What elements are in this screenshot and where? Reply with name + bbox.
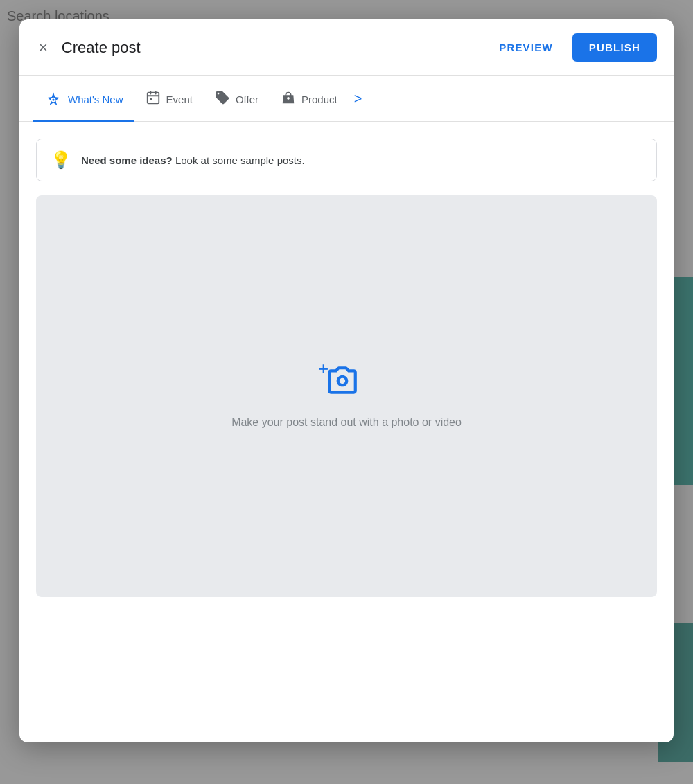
tab-offer[interactable]: Offer xyxy=(204,76,270,122)
tab-offer-label: Offer xyxy=(236,93,258,105)
tabs-bar: What's New Event Offer xyxy=(19,76,674,122)
plus-icon: + xyxy=(318,359,328,377)
photo-upload-area[interactable]: + Make your post stand out with a photo … xyxy=(36,195,657,597)
svg-rect-6 xyxy=(150,98,152,100)
modal-body: 💡 Need some ideas? Look at some sample p… xyxy=(19,122,674,742)
ideas-text: Need some ideas? Look at some sample pos… xyxy=(81,154,305,166)
ideas-banner[interactable]: 💡 Need some ideas? Look at some sample p… xyxy=(36,139,657,181)
create-post-modal: × Create post PREVIEW PUBLISH What's New xyxy=(19,19,674,742)
camera-icon-wrapper: + xyxy=(322,364,371,405)
tab-whats-new[interactable]: What's New xyxy=(33,77,134,122)
event-icon xyxy=(146,90,161,109)
whats-new-icon xyxy=(44,91,62,109)
publish-button[interactable]: PUBLISH xyxy=(572,33,657,62)
modal-title: Create post xyxy=(62,39,480,57)
offer-icon xyxy=(215,90,230,109)
modal-header: × Create post PREVIEW PUBLISH xyxy=(19,19,674,76)
close-button[interactable]: × xyxy=(36,37,51,58)
svg-point-1 xyxy=(52,98,54,100)
photo-hint-text: Make your post stand out with a photo or… xyxy=(231,416,462,429)
tabs-chevron-right[interactable]: > xyxy=(354,91,362,107)
bulb-icon: 💡 xyxy=(51,150,71,170)
tab-product-label: Product xyxy=(301,93,337,105)
tab-whats-new-label: What's New xyxy=(68,93,123,105)
tab-event[interactable]: Event xyxy=(134,76,204,122)
svg-rect-2 xyxy=(147,93,159,104)
tab-event-label: Event xyxy=(166,93,193,105)
product-icon xyxy=(281,90,296,109)
preview-button[interactable]: PREVIEW xyxy=(491,36,561,59)
tab-product[interactable]: Product xyxy=(270,76,349,122)
